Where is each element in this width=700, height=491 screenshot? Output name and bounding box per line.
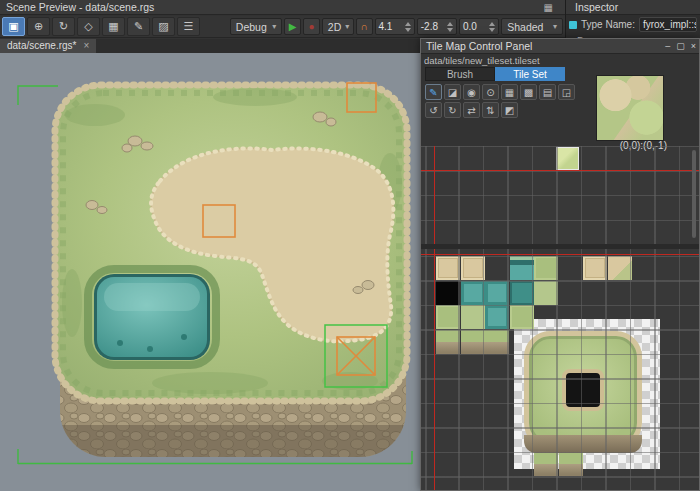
tab-brush[interactable]: Brush <box>425 67 495 81</box>
flip-v-tool-icon: ⇅ <box>486 105 494 116</box>
spinner-arrows-icon[interactable] <box>447 22 453 32</box>
tileset-tile-1-3[interactable] <box>461 330 485 354</box>
snap-move-field[interactable]: 4.1 <box>375 18 415 35</box>
pencil-tool[interactable]: ✎ <box>425 84 442 100</box>
pond <box>88 269 216 365</box>
debug-label: Debug <box>236 21 267 33</box>
stop-icon: ● <box>308 21 314 32</box>
tileset-tile-3-0[interactable] <box>510 256 534 280</box>
rotate-cw-tool-icon: ↻ <box>448 105 456 116</box>
list-tool[interactable]: ☰ <box>177 17 200 36</box>
fill-tool[interactable]: ◉ <box>463 84 480 100</box>
maximize-icon[interactable]: ▢ <box>676 39 685 54</box>
nine-grid-tool[interactable]: ▦ <box>501 84 518 100</box>
flip-v-tool[interactable]: ⇅ <box>482 102 499 118</box>
rotate-ccw-tool[interactable]: ↺ <box>425 102 442 118</box>
snap-scale-value: 0.0 <box>463 21 477 32</box>
flip-h-tool[interactable]: ⇄ <box>463 102 480 118</box>
tileset-tile-1-1[interactable] <box>461 281 485 305</box>
edit-tool-icon: ✎ <box>134 20 143 33</box>
scale-tool[interactable]: ◇ <box>77 17 100 36</box>
eraser-tool[interactable]: ◪ <box>444 84 461 100</box>
close-icon[interactable]: × <box>84 39 90 53</box>
island-macro-tile[interactable] <box>524 331 642 449</box>
origin-axis-horizontal <box>421 254 699 255</box>
tileset-tile-2-3[interactable] <box>485 330 509 354</box>
panel-titlebar[interactable]: Tile Map Control Panel – ▢ × <box>421 39 699 54</box>
tileset-tile-3-2[interactable] <box>510 305 534 329</box>
pick-tool[interactable]: ⊙ <box>482 84 499 100</box>
fill-tool-icon: ◉ <box>467 87 476 98</box>
material-tool[interactable]: ◩ <box>501 102 518 118</box>
selected-stamp-tile[interactable] <box>556 147 579 170</box>
minimize-icon[interactable]: – <box>665 39 670 54</box>
tileset-tile-1-2[interactable] <box>461 305 485 329</box>
scene-window-titlebar[interactable]: Scene Preview - data/scene.rgs ▦ <box>0 0 565 15</box>
tab-tile-set[interactable]: Tile Set <box>495 67 565 81</box>
edit-tool[interactable]: ✎ <box>127 17 150 36</box>
tileset-tile-4-1[interactable] <box>534 281 558 305</box>
nine-grid-fill-tool[interactable]: ▩ <box>520 84 537 100</box>
snap-scale-field[interactable]: 0.0 <box>459 18 499 35</box>
tile-set-grid[interactable] <box>421 249 699 490</box>
select-tool-icon: ▣ <box>8 20 18 33</box>
chevron-down-icon: ▾ <box>345 22 349 31</box>
editor-root: Scene Preview - data/scene.rgs ▦ ▣⊕↻◇▦✎▨… <box>0 0 700 491</box>
snap-rotate-field[interactable]: -2.8 <box>417 18 457 35</box>
tileset-tile-2-2[interactable] <box>485 305 509 329</box>
dock-icon[interactable]: ▦ <box>544 0 553 15</box>
play-button[interactable]: ▶ <box>284 18 301 35</box>
mode-2d-toggle[interactable]: 2D ▾ <box>322 18 354 35</box>
tileset-tile-5-8[interactable] <box>559 452 583 476</box>
grid-scrollbar[interactable] <box>692 150 696 238</box>
camera-tool[interactable]: ▦ <box>102 17 125 36</box>
rotate-ccw-tool-icon: ↺ <box>429 105 437 116</box>
pattern-tool[interactable]: ▨ <box>152 17 175 36</box>
debug-dropdown[interactable]: Debug ▾ <box>230 18 283 35</box>
close-icon[interactable]: × <box>691 39 696 54</box>
tileset-tile-6-0[interactable] <box>583 256 607 280</box>
inspector-header: Inspector <box>566 0 700 15</box>
tileset-tile-4-0[interactable] <box>534 256 558 280</box>
list-tool-icon: ☰ <box>184 20 194 33</box>
snap-button[interactable]: ∩ <box>356 18 373 35</box>
small-grid-tool[interactable]: ▤ <box>539 84 556 100</box>
pattern-tool-icon: ▨ <box>158 20 168 33</box>
tileset-tile-2-1[interactable] <box>485 281 509 305</box>
spinner-arrows-icon[interactable] <box>489 22 495 32</box>
tileset-tile-3-1[interactable] <box>510 281 534 305</box>
island-macro-tile-hole <box>562 369 604 411</box>
rotate-tool[interactable]: ↻ <box>52 17 75 36</box>
tile-tools-row-1: ✎◪◉⊙▦▩▤◲ <box>425 84 575 100</box>
move-tool[interactable]: ⊕ <box>27 17 50 36</box>
tileset-tile-0-0[interactable] <box>436 256 460 280</box>
scene-tab[interactable]: data/scene.rgs* × <box>0 39 96 53</box>
tile-preview-image <box>596 75 664 141</box>
pick-tool-icon: ⊙ <box>486 87 494 98</box>
shading-dropdown[interactable]: Shaded ▾ <box>501 18 563 35</box>
select-tool[interactable]: ▣ <box>2 17 25 36</box>
rotate-cw-tool[interactable]: ↻ <box>444 102 461 118</box>
resize-tool[interactable]: ◲ <box>558 84 575 100</box>
stop-button[interactable]: ● <box>303 18 320 35</box>
brush-stamp-grid[interactable] <box>421 146 699 244</box>
move-tool-icon: ⊕ <box>34 20 43 33</box>
tileset-tile-0-3[interactable] <box>436 330 460 354</box>
panel-tabs: BrushTile Set <box>425 67 565 81</box>
scale-tool-icon: ◇ <box>84 20 92 33</box>
tileset-tile-7-0[interactable] <box>608 256 632 280</box>
spinner-arrows-icon[interactable] <box>405 22 411 32</box>
tileset-path: data/tiles/new_tileset.tileset <box>424 55 540 66</box>
island-macro-tile-cliff <box>524 435 642 453</box>
origin-axis-vertical <box>434 249 435 490</box>
tileset-tile-0-1[interactable] <box>436 281 460 305</box>
inspector-title: Inspector <box>575 1 618 13</box>
tileset-tile-0-2[interactable] <box>436 305 460 329</box>
magnet-icon: ∩ <box>361 21 368 32</box>
window-controls: – ▢ × <box>665 39 696 54</box>
chevron-down-icon: ▾ <box>272 22 276 31</box>
tile-tools-row-2: ↺↻⇄⇅◩ <box>425 102 518 118</box>
flip-h-tool-icon: ⇄ <box>467 105 475 116</box>
tileset-tile-1-0[interactable] <box>461 256 485 280</box>
tileset-tile-4-8[interactable] <box>534 452 558 476</box>
